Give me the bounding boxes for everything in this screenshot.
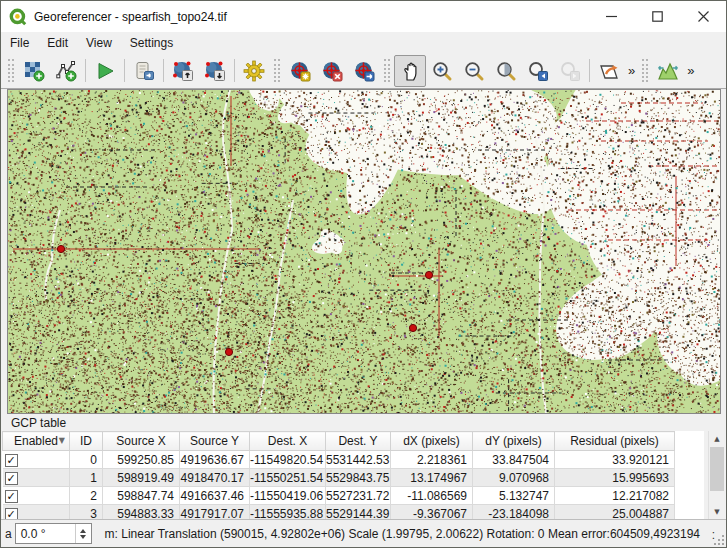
toolbar-separator [124,59,125,82]
toolbar-overflow-chevron[interactable]: » [684,63,697,78]
gcp-cell: -11550251.54 [250,469,326,487]
gcp-enabled-checkbox[interactable]: ✓ [5,490,18,503]
toolbar-separator [234,59,235,82]
gcp-cell: 4916637.46 [180,487,250,505]
window-controls [588,1,726,32]
gcp-cell: 599250.85 [103,451,180,469]
open-raster-button[interactable] [18,55,50,87]
gcp-cell: 3 [70,505,103,520]
gcp-cell: 15.995693 [555,469,675,487]
title-bar: Georeferencer - spearfish_topo24.tif [1,1,726,32]
toolbar-drag-handle[interactable] [642,59,648,82]
gcp-enabled-checkbox[interactable]: ✓ [5,454,18,467]
rotation-value[interactable]: 0.0 ° [16,527,75,541]
minimize-icon [606,11,617,22]
zoom-out-button[interactable] [458,55,490,87]
generate-gdal-script-button[interactable] [128,55,160,87]
gcp-enabled-checkbox[interactable]: ✓ [5,472,18,485]
transformation-settings-button[interactable] [238,55,270,87]
save-gcp-points-icon [204,60,226,82]
col-header-dest-y[interactable]: Dest. Y [326,432,391,451]
menu-item-view[interactable]: View [77,34,121,52]
spinner-arrows[interactable] [75,524,91,543]
col-header-enabled[interactable]: Enabled▼ [3,432,70,451]
col-header-dy[interactable]: dY (pixels) [473,432,555,451]
col-header-source-x[interactable]: Source X [103,432,180,451]
open-raster-icon [23,60,45,82]
col-header-id[interactable]: ID [70,432,103,451]
gcp-cell: 5531442.53 [326,451,391,469]
gcp-table-row[interactable]: ✓1598919.494918470.17-11550251.545529843… [3,469,675,487]
zoom-last-button[interactable] [522,55,554,87]
gear-icon [243,60,265,82]
scrollbar-thumb[interactable] [710,447,724,491]
resize-grip[interactable] [713,534,725,546]
rotation-spinbox[interactable]: 0.0 ° [15,523,92,544]
gcp-cell: 598919.49 [103,469,180,487]
pan-hand-icon [399,60,421,82]
col-header-dx[interactable]: dX (pixels) [391,432,473,451]
gcp-cell: 5529144.39 [326,505,391,520]
toolbar-drag-handle[interactable] [274,59,280,82]
zoom-in-button[interactable] [426,55,458,87]
add-point-button[interactable] [284,55,316,87]
close-button[interactable] [680,1,726,32]
histogram-stretch-icon [657,60,679,82]
toolbar-drag-handle[interactable] [8,59,14,82]
delete-point-button[interactable] [316,55,348,87]
gcp-cell: 4918470.17 [180,469,250,487]
gcp-cell: 4917917.07 [180,505,250,520]
window-title: Georeferencer - spearfish_topo24.tif [34,10,227,24]
link-georeferencer-icon [598,60,620,82]
gcp-cell: -9.367067 [391,505,473,520]
gcp-cell: 1 [70,469,103,487]
load-gcp-points-button[interactable] [167,55,199,87]
menu-item-file[interactable]: File [1,34,38,52]
pan-button[interactable] [394,55,426,87]
gcp-table-wrap: Enabled▼ ID Source X Source Y Dest. X De… [2,431,704,519]
maximize-button[interactable] [634,1,680,32]
zoom-next-button[interactable] [554,55,586,87]
histogram-stretch-button[interactable] [652,55,684,87]
move-point-icon [353,60,375,82]
zoom-to-layer-button[interactable] [490,55,522,87]
gcp-table-row[interactable]: ✓3594883.334917917.07-11555935.885529144… [3,505,675,520]
zoom-next-icon [559,60,581,82]
col-header-residual[interactable]: Residual (pixels) [555,432,675,451]
scroll-up-icon[interactable]: ▲ [709,431,725,446]
toolbar-separator [589,59,590,82]
transform-summary: m: Linear Translation (590015, 4.92802e+… [105,527,610,541]
gcp-table-row[interactable]: ✓2598847.744916637.46-11550419.065527231… [3,487,675,505]
scroll-down-icon[interactable]: ▼ [709,504,725,519]
gcp-table-scrollbar[interactable]: ▲ ▼ [708,431,725,519]
toolbar: » » [1,53,726,89]
spin-up-icon[interactable] [80,529,86,533]
menu-item-edit[interactable]: Edit [38,34,77,52]
open-vector-button[interactable] [50,55,82,87]
move-point-button[interactable] [348,55,380,87]
sort-descending-icon: ▼ [59,436,65,445]
menu-item-settings[interactable]: Settings [121,34,182,52]
zoom-in-icon [431,60,453,82]
toolbar-overflow-chevron[interactable]: » [625,63,638,78]
georeference-map-canvas[interactable] [8,90,720,413]
toolbar-drag-handle[interactable] [384,59,390,82]
spin-down-icon[interactable] [80,535,86,539]
gcp-table-row[interactable]: ✓0599250.854919636.67-11549820.545531442… [3,451,675,469]
zoom-last-icon [527,60,549,82]
save-gcp-points-button[interactable] [199,55,231,87]
gcp-cell: 33.847504 [473,451,555,469]
map-canvas-frame [7,89,721,414]
zoom-out-icon [463,60,485,82]
gcp-cell: -11.086569 [391,487,473,505]
delete-point-icon [321,60,343,82]
toolbar-separator [163,59,164,82]
minimize-button[interactable] [588,1,634,32]
col-header-source-y[interactable]: Source Y [180,432,250,451]
start-georeferencing-button[interactable] [89,55,121,87]
gcp-cell: 25.004887 [555,505,675,520]
col-header-dest-x[interactable]: Dest. X [250,432,326,451]
link-georeferencer-button[interactable] [593,55,625,87]
gcp-enabled-checkbox[interactable]: ✓ [5,508,18,519]
open-vector-icon [55,60,77,82]
